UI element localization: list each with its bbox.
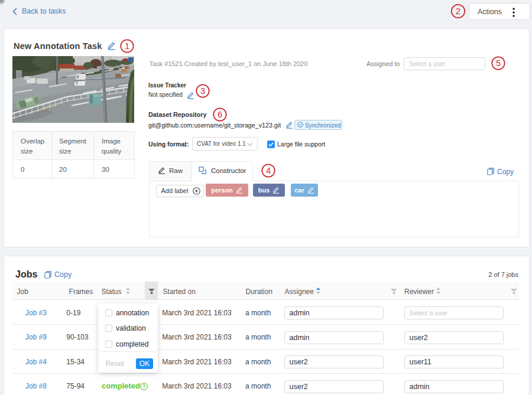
svg-text:3: 3 [200, 86, 205, 96]
svg-text:5: 5 [496, 58, 501, 68]
svg-text:6: 6 [218, 110, 222, 119]
svg-text:4: 4 [266, 166, 271, 175]
svg-text:1: 1 [125, 41, 129, 51]
svg-text:2: 2 [456, 6, 460, 16]
